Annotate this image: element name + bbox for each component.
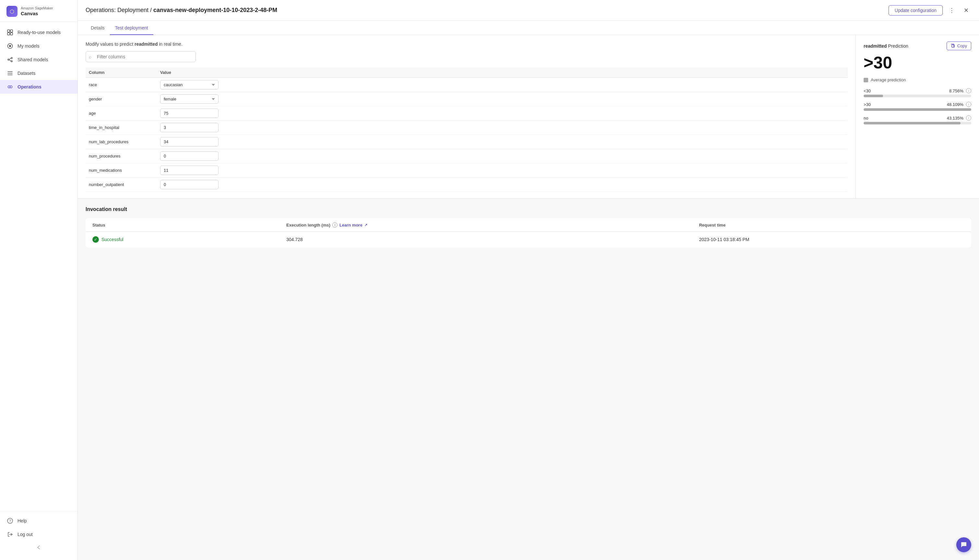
bar-pct: 43.135%	[947, 116, 964, 120]
tab-details[interactable]: Details	[85, 21, 110, 35]
title-deployment: canvas-new-deployment-10-10-2023-2-48-PM	[153, 7, 277, 13]
bar-label: <30	[864, 88, 871, 93]
input-age[interactable]	[160, 108, 218, 118]
bar-label: >30	[864, 102, 871, 107]
sidebar-item-my-models[interactable]: My models	[0, 39, 77, 53]
inv-col-request: Request time	[692, 218, 971, 232]
table-row: genderfemalemale	[85, 92, 848, 106]
avg-prediction: Average prediction	[864, 77, 971, 82]
filter-input-wrap: ⌕	[85, 51, 848, 62]
svg-point-7	[11, 57, 12, 59]
sidebar-item-datasets[interactable]: Datasets	[0, 67, 77, 80]
col-name-num_medications: num_medications	[85, 163, 157, 178]
col-value-number_outpatient	[157, 178, 848, 192]
col-value-time_in_hospital	[157, 120, 848, 135]
prediction-area: Modify values to predict readmitted in r…	[78, 35, 979, 199]
page-title: Operations: Deployment / canvas-new-depl…	[85, 7, 277, 13]
bar-track	[864, 95, 971, 97]
col-value-num_medications	[157, 163, 848, 178]
table-row: num_medications	[85, 163, 848, 178]
col-value-num_lab_procedures	[157, 135, 848, 149]
invocation-table: Status Execution length (ms) i Learn mor…	[85, 218, 971, 248]
col-name-age: age	[85, 106, 157, 120]
prediction-value: >30	[864, 53, 971, 72]
table-row: age	[85, 106, 848, 120]
table-row: time_in_hospital	[85, 120, 848, 135]
columns-table: Column Value racecaucasianAfricanAmerica…	[85, 67, 848, 192]
svg-point-5	[9, 45, 11, 47]
invocation-result: Invocation result Status Execution lengt…	[78, 199, 979, 255]
sidebar-item-help[interactable]: ? Help	[0, 514, 77, 528]
sidebar-item-shared-models[interactable]: Shared models	[0, 53, 77, 67]
bar-fill	[864, 122, 961, 125]
learn-more-link[interactable]: Learn more	[339, 223, 362, 228]
bars-container: <30 8.756% i >30 48.109% i	[864, 88, 971, 125]
results-panel: readmitted Prediction Copy >30 Average p…	[856, 35, 979, 198]
prediction-header: readmitted Prediction Copy	[864, 42, 971, 50]
copy-button[interactable]: Copy	[947, 42, 971, 50]
input-time_in_hospital[interactable]	[160, 123, 218, 132]
table-row: num_lab_procedures	[85, 135, 848, 149]
filter-columns-input[interactable]	[85, 51, 196, 62]
close-button[interactable]: ✕	[961, 5, 971, 15]
bar-item->30: >30 48.109% i	[864, 102, 971, 111]
input-num_lab_procedures[interactable]	[160, 137, 218, 147]
bar-label: no	[864, 116, 868, 120]
ready-to-use-icon	[7, 29, 13, 36]
svg-text:?: ?	[9, 519, 11, 523]
input-num_procedures[interactable]	[160, 151, 218, 161]
bar-info-icon[interactable]: i	[966, 102, 971, 107]
table-row: racecaucasianAfricanAmericanHispanicAsia…	[85, 78, 848, 92]
svg-rect-2	[7, 33, 10, 35]
my-models-icon	[7, 42, 13, 50]
chat-icon[interactable]	[956, 537, 971, 552]
col-value-race: caucasianAfricanAmericanHispanicAsianOth…	[157, 78, 848, 92]
search-icon: ⌕	[89, 54, 92, 59]
update-config-button[interactable]: Update configuration	[889, 5, 943, 15]
bar-info-icon[interactable]: i	[966, 115, 971, 120]
col-header-column: Column	[85, 67, 157, 78]
input-number_outpatient[interactable]	[160, 180, 218, 189]
sidebar-my-models-label: My models	[18, 43, 40, 48]
sidebar-item-operations[interactable]: Operations	[0, 80, 77, 94]
svg-rect-1	[10, 30, 13, 32]
table-row: number_outpatient	[85, 178, 848, 192]
prediction-title: readmitted Prediction	[864, 43, 908, 48]
col-value-gender: femalemale	[157, 92, 848, 106]
bar-info-icon[interactable]: i	[966, 88, 971, 93]
modify-text: Modify values to predict readmitted in r…	[85, 42, 848, 47]
select-race[interactable]: caucasianAfricanAmericanHispanicAsianOth…	[160, 80, 218, 90]
inv-exec-length: 304.728	[280, 232, 692, 248]
sidebar-item-ready-to-use[interactable]: Ready-to-use models	[0, 26, 77, 39]
sidebar-bottom: ? Help Log out	[0, 511, 77, 560]
exec-info-icon[interactable]: i	[332, 222, 337, 228]
logout-icon	[7, 531, 13, 538]
sidebar-collapse-btn[interactable]	[0, 541, 77, 553]
sidebar-nav: Ready-to-use modelsMy modelsShared model…	[0, 22, 77, 511]
logo-text: Amazon SageMaker Canvas	[21, 6, 53, 16]
header-actions: Update configuration ⋮ ✕	[889, 5, 971, 15]
col-header-value: Value	[157, 67, 848, 78]
app-name: Canvas	[21, 11, 53, 17]
sidebar-item-logout[interactable]: Log out	[0, 528, 77, 541]
svg-rect-0	[7, 30, 10, 32]
operations-icon	[7, 83, 13, 90]
col-name-number_outpatient: number_outpatient	[85, 178, 157, 192]
invocation-title: Invocation result	[85, 207, 971, 212]
svg-rect-13	[952, 45, 954, 47]
sidebar-shared-models-label: Shared models	[18, 57, 48, 62]
col-value-num_procedures	[157, 149, 848, 163]
more-options-button[interactable]: ⋮	[947, 5, 957, 15]
copy-icon	[951, 44, 955, 48]
col-value-age	[157, 106, 848, 120]
bar-pct: 48.109%	[947, 102, 964, 107]
col-name-num_lab_procedures: num_lab_procedures	[85, 135, 157, 149]
main-content: Operations: Deployment / canvas-new-depl…	[78, 0, 979, 560]
logo-icon: ⬡	[7, 6, 18, 17]
input-num_medications[interactable]	[160, 166, 218, 175]
sidebar-help-label: Help	[18, 518, 27, 523]
shared-models-icon	[7, 56, 13, 63]
select-gender[interactable]: femalemale	[160, 94, 218, 104]
brand-name: Amazon SageMaker	[21, 6, 53, 10]
tab-test-deployment[interactable]: Test deployment	[110, 21, 153, 35]
